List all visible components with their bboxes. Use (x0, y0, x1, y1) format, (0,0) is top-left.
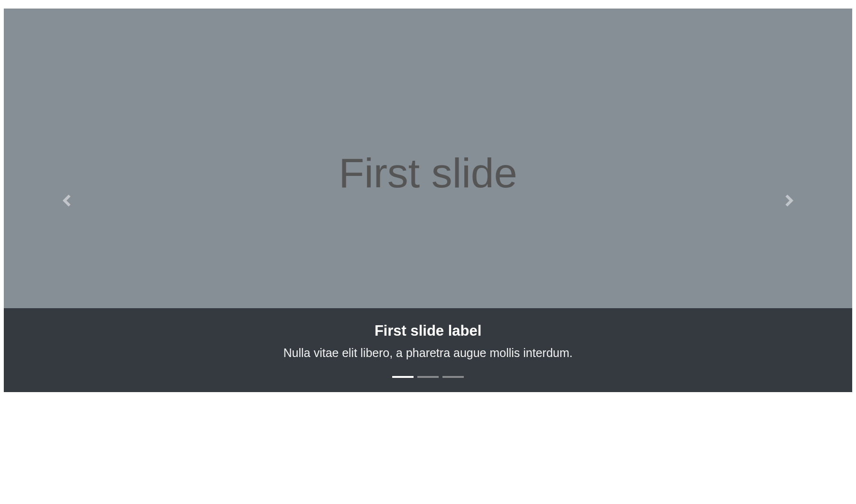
carousel-prev-button[interactable] (4, 9, 131, 392)
caption-title: First slide label (13, 322, 843, 339)
carousel-indicator-2[interactable] (417, 376, 439, 378)
carousel-indicators (4, 376, 852, 378)
chevron-left-icon (61, 194, 74, 207)
carousel-indicator-3[interactable] (442, 376, 464, 378)
carousel-next-button[interactable] (725, 9, 852, 392)
caption-body: Nulla vitae elit libero, a pharetra augu… (13, 346, 843, 360)
carousel-indicator-1[interactable] (392, 376, 414, 378)
chevron-right-icon (782, 194, 795, 207)
carousel: First slide First slide label Nulla vita… (4, 9, 852, 392)
